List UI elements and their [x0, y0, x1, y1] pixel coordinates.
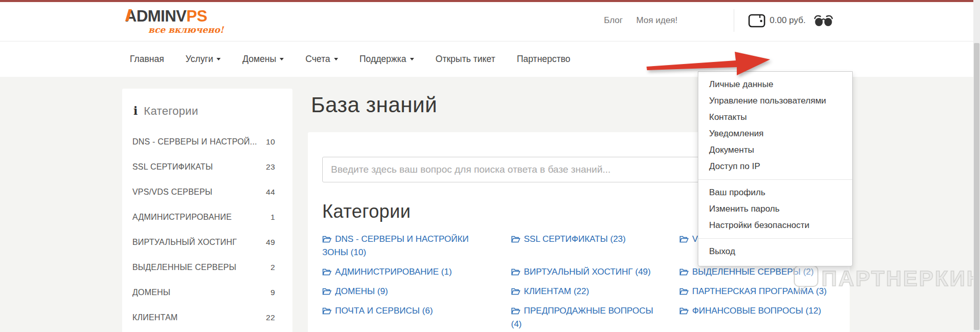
nav-label: Главная	[130, 54, 164, 65]
nav-label: Партнерство	[517, 54, 570, 65]
menu-divider	[698, 179, 852, 180]
caret-down-icon	[410, 58, 414, 60]
sidebar-item-count: 10	[266, 137, 275, 147]
sidebar-title: Категории	[144, 105, 198, 118]
sidebar-item-count: 22	[266, 313, 275, 322]
folder-icon	[511, 268, 520, 276]
sidebar-item-label: АДМИНИСТРИРОВАНИЕ	[132, 213, 232, 222]
menu-divider	[698, 238, 852, 239]
nav-item-open-ticket[interactable]: Открыть тикет	[436, 54, 495, 65]
adminvps-logo[interactable]: ADMINVPS	[125, 7, 207, 26]
menu-item-notifications[interactable]: Уведомления	[698, 126, 852, 142]
sidebar-item-shared-hosting[interactable]: ВИРТУАЛЬНЫЙ ХОСТИНГ49	[132, 230, 275, 255]
nav-label: Открыть тикет	[436, 54, 495, 65]
folder-icon	[322, 235, 331, 243]
category-label: ВЫДЕЛЕННЫЕ СЕРВЕРЫ (2)	[692, 267, 814, 277]
categories-sidebar: i Категории DNS - СЕРВЕРЫ И НАСТРОЙ...10…	[122, 89, 292, 332]
sidebar-item-administration[interactable]: АДМИНИСТРИРОВАНИЕ1	[132, 204, 275, 230]
logo-main-text: ADMIN	[125, 7, 176, 25]
sidebar-item-label: SSL СЕРТИФИКАТЫ	[132, 162, 213, 172]
category-link-ssl[interactable]: SSL СЕРТИФИКАТЫ (23)	[511, 233, 665, 246]
sidebar-item-vps[interactable]: VPS/VDS СЕРВЕРЫ44	[132, 179, 275, 204]
category-link-shared-hosting[interactable]: ВИРТУАЛЬНЫЙ ХОСТИНГ (49)	[511, 265, 665, 279]
menu-item-ip-access[interactable]: Доступ по IP	[698, 158, 852, 175]
category-label: DNS - СЕРВЕРЫ И НАСТРОЙКИ ЗОНЫ (10)	[322, 234, 469, 257]
sidebar-item-count: 49	[266, 238, 275, 247]
my-idea-link[interactable]: Моя идея!	[636, 15, 678, 26]
sidebar-category-list: DNS - СЕРВЕРЫ И НАСТРОЙ...10 SSL СЕРТИФИ…	[122, 129, 292, 330]
category-label: ПОЧТА И СЕРВИСЫ (6)	[335, 306, 433, 316]
folder-icon	[511, 287, 520, 295]
sidebar-item-label: КЛИЕНТАМ	[132, 313, 178, 322]
caret-down-icon	[280, 58, 284, 60]
menu-item-security-settings[interactable]: Настройки безопасности	[698, 217, 852, 234]
menu-item-documents[interactable]: Документы	[698, 142, 852, 158]
category-link-partner-program[interactable]: ПАРТНЕРСКАЯ ПРОГРАММА (3)	[679, 285, 835, 298]
category-label: ПРЕДПРОДАЖНЫЕ ВОПРОСЫ (4)	[511, 306, 653, 329]
folder-icon	[679, 268, 689, 276]
nav-label: Счета	[305, 54, 330, 65]
nav-label: Домены	[242, 54, 276, 65]
blog-link[interactable]: Блог	[604, 15, 623, 26]
menu-item-your-profile[interactable]: Ваш профиль	[698, 184, 852, 201]
category-label: КЛИЕНТАМ (22)	[524, 286, 589, 296]
sidebar-header: i Категории	[133, 104, 282, 118]
sidebar-item-label: VPS/VDS СЕРВЕРЫ	[132, 188, 212, 197]
logo-letter-a: ADMIN	[125, 7, 176, 26]
nav-item-home[interactable]: Главная	[130, 54, 164, 65]
category-label: АДМИНИСТРИРОВАНИЕ (1)	[335, 267, 452, 277]
scrollbar-thumb[interactable]	[974, 43, 979, 330]
category-link-presales[interactable]: ПРЕДПРОДАЖНЫЕ ВОПРОСЫ (4)	[511, 304, 665, 331]
category-link-finance[interactable]: ФИНАНСОВЫЕ ВОПРОСЫ (12)	[679, 304, 835, 318]
category-link-dns[interactable]: DNS - СЕРВЕРЫ И НАСТРОЙКИ ЗОНЫ (10)	[322, 233, 497, 259]
sidebar-item-count: 2	[270, 263, 275, 272]
folder-icon	[322, 268, 331, 276]
logo-tagline: все включено!	[125, 25, 224, 35]
menu-item-change-password[interactable]: Изменить пароль	[698, 201, 852, 217]
nav-item-invoices[interactable]: Счета	[305, 54, 338, 65]
logo-v-text: V	[176, 7, 186, 25]
site-header: ADMINVPS все включено! Блог Моя идея! 0.…	[0, 2, 980, 41]
info-icon: i	[133, 104, 138, 117]
account-balance[interactable]: 0.00 руб.	[770, 15, 806, 26]
nav-item-support[interactable]: Поддержка	[360, 54, 414, 65]
folder-icon	[511, 307, 520, 315]
sidebar-item-dns[interactable]: DNS - СЕРВЕРЫ И НАСТРОЙ...10	[132, 129, 275, 154]
folder-icon	[511, 235, 520, 243]
category-label: ПАРТНЕРСКАЯ ПРОГРАММА (3)	[692, 286, 827, 296]
sidebar-item-ssl[interactable]: SSL СЕРТИФИКАТЫ23	[132, 154, 275, 179]
category-link-domains[interactable]: ДОМЕНЫ (9)	[322, 285, 497, 298]
category-link-mail-services[interactable]: ПОЧТА И СЕРВИСЫ (6)	[322, 304, 497, 318]
logo-suffix-text: PS	[186, 7, 207, 25]
wallet-icon[interactable]	[748, 13, 766, 28]
nav-label: Поддержка	[360, 54, 406, 65]
nav-item-domains[interactable]: Домены	[242, 54, 284, 65]
sidebar-item-dedicated[interactable]: ВЫДЕЛЕННЫЕ СЕРВЕРЫ2	[132, 255, 275, 280]
sidebar-item-count: 9	[270, 288, 275, 297]
sidebar-item-label: ДОМЕНЫ	[132, 288, 170, 297]
scrollbar-track[interactable]	[973, 0, 980, 332]
header-divider	[734, 9, 734, 32]
category-label: SSL СЕРТИФИКАТЫ (23)	[524, 234, 625, 244]
folder-icon	[679, 287, 689, 295]
folder-icon	[322, 287, 331, 295]
sidebar-item-domains[interactable]: ДОМЕНЫ9	[132, 280, 275, 305]
menu-item-logout[interactable]: Выход	[698, 243, 852, 260]
nav-label: Услуги	[186, 54, 213, 65]
sidebar-item-label: DNS - СЕРВЕРЫ И НАСТРОЙ...	[132, 137, 257, 147]
menu-item-contacts[interactable]: Контакты	[698, 109, 852, 126]
page-title: База знаний	[311, 93, 437, 117]
folder-icon	[679, 307, 689, 315]
category-link-clients[interactable]: КЛИЕНТАМ (22)	[511, 285, 665, 298]
category-label: ВИРТУАЛЬНЫЙ ХОСТИНГ (49)	[524, 267, 651, 277]
category-link-administration[interactable]: АДМИНИСТРИРОВАНИЕ (1)	[322, 265, 497, 279]
category-link-dedicated[interactable]: ВЫДЕЛЕННЫЕ СЕРВЕРЫ (2)	[679, 265, 835, 279]
nav-item-partnership[interactable]: Партнерство	[517, 54, 570, 65]
glasses-icon[interactable]	[814, 14, 833, 28]
menu-item-user-management[interactable]: Управление пользователями	[698, 93, 852, 109]
sidebar-item-clients[interactable]: КЛИЕНТАМ22	[132, 305, 275, 330]
client-area-screen: ADMINVPS все включено! Блог Моя идея! 0.…	[0, 0, 980, 332]
menu-item-personal-data[interactable]: Личные данные	[698, 76, 852, 93]
sidebar-item-count: 1	[270, 213, 275, 222]
nav-item-services[interactable]: Услуги	[186, 54, 221, 65]
